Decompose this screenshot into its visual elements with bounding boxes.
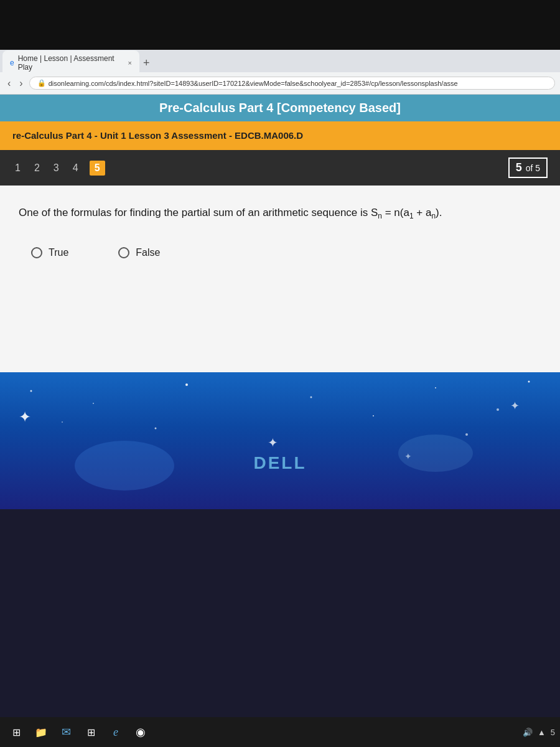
course-title-bar: Pre-Calculus Part 4 [Competency Based]: [0, 95, 560, 121]
svg-text:✦: ✦: [268, 436, 278, 449]
question-5-btn[interactable]: 5: [90, 161, 105, 176]
svg-point-10: [465, 433, 468, 436]
question-1-btn[interactable]: 1: [12, 161, 23, 175]
tab-label: Home | Lesson | Assessment Play: [18, 54, 122, 72]
svg-point-9: [373, 415, 374, 416]
mail-button[interactable]: ✉: [55, 721, 77, 743]
svg-point-4: [435, 387, 436, 388]
answer-options: True False: [19, 241, 541, 265]
svg-point-2: [185, 383, 188, 386]
lesson-bar: re-Calculus Part 4 - Unit 1 Lesson 3 Ass…: [0, 121, 560, 150]
page-content: Pre-Calculus Part 4 [Competency Based] r…: [0, 95, 560, 372]
svg-point-15: [75, 441, 174, 491]
question-numbers: 1 2 3 4 5: [12, 161, 105, 176]
stars-background: ✦ ✦ ✦ ✦: [0, 372, 560, 509]
svg-point-3: [310, 397, 312, 398]
file-explorer-button[interactable]: 📁: [30, 721, 52, 743]
top-bezel: [0, 0, 560, 50]
option-true[interactable]: True: [31, 247, 68, 258]
url-text: disonlearning.com/cds/index.html?siteID=…: [49, 80, 458, 87]
current-page-number: 5: [516, 161, 522, 174]
svg-point-0: [30, 390, 32, 392]
radio-false[interactable]: [118, 247, 129, 258]
taskbar-left: ⊞ 📁 ✉ ⊞ e ◉: [5, 721, 152, 743]
svg-point-6: [528, 381, 530, 383]
option-false[interactable]: False: [118, 247, 160, 258]
question-nav-area: 1 2 3 4 5 5 of 5: [0, 150, 560, 186]
back-button[interactable]: ‹: [5, 77, 13, 90]
bottom-image-area: ✦ ✦ ✦ ✦ DELL: [0, 372, 560, 509]
page-of-label: of 5: [526, 163, 540, 173]
question-2-btn[interactable]: 2: [32, 161, 42, 175]
svg-text:✦: ✦: [510, 400, 520, 412]
task-view-button[interactable]: ⊞: [5, 721, 27, 743]
svg-point-8: [155, 428, 157, 430]
tab-favicon: e: [10, 59, 14, 67]
folder-icon: 📁: [35, 726, 47, 738]
svg-point-5: [497, 408, 499, 411]
browser-window: e Home | Lesson | Assessment Play × + ‹ …: [0, 50, 560, 95]
course-title: Pre-Calculus Part 4 [Competency Based]: [12, 101, 548, 115]
svg-point-7: [62, 421, 63, 423]
option-false-label: False: [136, 247, 160, 258]
lock-icon: 🔒: [37, 79, 46, 87]
task-view-icon: ⊞: [12, 726, 21, 738]
chrome-icon: ◉: [136, 725, 146, 739]
lesson-label: re-Calculus Part 4 - Unit 1 Lesson 3 Ass…: [12, 130, 303, 141]
tab-close-button[interactable]: ×: [128, 59, 132, 67]
taskbar: ⊞ 📁 ✉ ⊞ e ◉ 🔊 ▲ 5: [0, 717, 560, 747]
tab-bar: e Home | Lesson | Assessment Play × +: [0, 50, 560, 72]
question-4-btn[interactable]: 4: [70, 161, 81, 175]
svg-point-1: [93, 403, 94, 404]
system-tray-arrow[interactable]: ▲: [538, 728, 546, 737]
address-bar-row: ‹ › 🔒 disonlearning.com/cds/index.html?s…: [0, 72, 560, 95]
taskbar-right: 🔊 ▲ 5: [523, 728, 555, 737]
volume-icon[interactable]: 🔊: [523, 728, 533, 737]
page-indicator: 5 of 5: [508, 157, 548, 178]
edge-button[interactable]: e: [105, 721, 127, 743]
active-tab[interactable]: e Home | Lesson | Assessment Play ×: [2, 50, 139, 75]
new-tab-button[interactable]: +: [143, 57, 150, 70]
apps-button[interactable]: ⊞: [80, 721, 102, 743]
question-area: One of the formulas for finding the part…: [0, 186, 560, 372]
clock-display: 5: [551, 728, 555, 737]
question-text: One of the formulas for finding the part…: [19, 204, 541, 222]
forward-button[interactable]: ›: [17, 77, 25, 90]
address-bar[interactable]: 🔒 disonlearning.com/cds/index.html?siteI…: [29, 77, 555, 90]
question-3-btn[interactable]: 3: [51, 161, 62, 175]
svg-text:✦: ✦: [19, 408, 31, 425]
edge-icon: e: [113, 726, 118, 739]
radio-true[interactable]: [31, 247, 42, 258]
dell-logo: DELL: [253, 453, 306, 473]
svg-point-16: [398, 435, 473, 472]
chrome-button[interactable]: ◉: [129, 721, 152, 743]
option-true-label: True: [49, 247, 68, 258]
apps-icon: ⊞: [87, 726, 95, 738]
mail-icon: ✉: [62, 725, 71, 739]
